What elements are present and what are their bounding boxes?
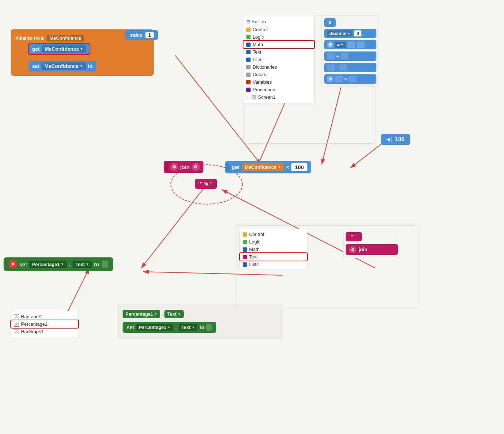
percentage1-label-bottom[interactable]: Percentage1 ▼ [123, 310, 160, 318]
tree-item-text[interactable]: Text [243, 48, 314, 56]
hundred-block-top[interactable]: ◀ 100 [381, 134, 410, 145]
comp-item-percentage1[interactable]: A Percentage1 [11, 320, 78, 328]
text-blocks-panel: " " ⚙ join [343, 229, 400, 258]
math-blocks-panel: 0 decimal▼ 0 ⚙ =▼ + - ⚙ × [322, 15, 379, 87]
equals-block[interactable]: ⚙ =▼ [324, 40, 376, 49]
tree-item-control[interactable]: Control [243, 26, 314, 33]
to-label-bottom: to [199, 325, 204, 330]
set-meconfidence-block-top[interactable]: set MeConfidence ▼ to [29, 61, 96, 71]
tree-item-text-b[interactable]: Text [240, 253, 307, 261]
set-label-main: set [19, 261, 27, 267]
join-label: join [180, 164, 190, 170]
to-label-main: to [94, 261, 99, 267]
builtin-panel-top: ⊟ Built-in Control Logic Math Text Lists… [243, 15, 315, 103]
tree-item-procedures[interactable]: Procedures [243, 86, 314, 93]
join-label-panel: join [359, 247, 367, 252]
gear-icon-join: ⚙ [170, 163, 178, 171]
set-label-top: set [32, 63, 39, 69]
tree-item-lists[interactable]: Lists [243, 56, 314, 63]
tree-item-screen1[interactable]: ⊟ Screen1 [243, 93, 314, 101]
component-panel: A BarLabel1 A Percentage1 A BarGraph1 [11, 311, 79, 337]
set-percentage-block[interactable]: ✕ set Percentage1 ▼ . Text ▼ to [4, 257, 113, 271]
hundred-value-mid: 100 [291, 163, 307, 171]
index-label: index [129, 32, 143, 38]
index-value-badge: 1 [145, 32, 154, 38]
get-multiply-block[interactable]: get MeConfidence ▼ × 100 [225, 161, 311, 173]
quote-block-panel[interactable]: " " [346, 232, 362, 241]
red-x-icon[interactable]: ✕ [9, 260, 17, 268]
minus-block[interactable]: - [324, 63, 376, 72]
gear-icon-join2: ⚙ [192, 163, 200, 171]
tree-item-lists-b[interactable]: Lists [240, 261, 307, 268]
tree-item-dictionaries[interactable]: Dictionaries [243, 63, 314, 71]
get-label-mid: get [232, 164, 240, 170]
tree-item-math[interactable]: Math [243, 41, 314, 48]
quote-value: " " [351, 234, 357, 240]
get-label-top: get [32, 46, 40, 52]
svg-line-7 [143, 272, 282, 275]
tree-item-control-b[interactable]: Control [240, 231, 307, 238]
tree-item-logic-b[interactable]: Logic [240, 238, 307, 246]
percentage1-dropdown[interactable]: Percentage1 ▼ [29, 261, 67, 268]
tree-item-logic[interactable]: Logic [243, 33, 314, 41]
comp-item-barlabel1[interactable]: A BarLabel1 [11, 313, 78, 320]
initialize-local-label: initialize local MeConfidence [14, 35, 84, 41]
multiply-symbol-mid: × [286, 164, 289, 170]
multiply-block-panel[interactable]: ⚙ × [324, 74, 376, 84]
tree-item-colors[interactable]: Colors [243, 71, 314, 78]
percentage-text-display: Percentage1 ▼ . Text ▼ [123, 310, 278, 318]
percentage1-dd-bottom[interactable]: Percentage1 ▼ [136, 324, 173, 331]
me-confidence-pill: MeConfidence [47, 35, 84, 41]
tree-item-variables[interactable]: Variables [243, 78, 314, 86]
text-dd-bottom[interactable]: Text ▼ [179, 324, 197, 331]
bottom-blocks-panel: Percentage1 ▼ . Text ▼ set Percentage1 ▼… [118, 304, 282, 339]
percent-block[interactable]: " % " [195, 179, 217, 189]
set-label-bottom: set [127, 325, 134, 330]
gear-icon-join-panel: ⚙ [349, 246, 356, 253]
decimal-block[interactable]: decimal▼ 0 [324, 29, 376, 38]
comp-item-bargraph1[interactable]: A BarGraph1 [11, 328, 78, 335]
get-variable-top[interactable]: MeConfidence ▼ [42, 45, 86, 53]
text-property-dropdown[interactable]: Text ▼ [73, 261, 92, 268]
orange-get-block[interactable]: MeConfidence ▼ [242, 163, 284, 171]
join-block-main[interactable]: ⚙ join ⚙ [164, 161, 203, 173]
builtin-panel-bottom: Control Logic Math Text Lists [239, 229, 307, 270]
set-variable-top[interactable]: MeConfidence ▼ [41, 63, 86, 70]
builtin-header: ⊟ Built-in [243, 18, 314, 26]
get-meconfidence-block-top[interactable]: get MeConfidence ▼ [29, 44, 90, 54]
plus-block[interactable]: + [324, 51, 376, 61]
percent-value: " % " [200, 181, 212, 187]
zero-block[interactable]: 0 [324, 18, 336, 27]
index-block[interactable]: index 1 [125, 30, 158, 40]
set-percentage-bottom[interactable]: set Percentage1 ▼ . Text ▼ to [123, 322, 216, 333]
hundred-value-top: 100 [395, 136, 405, 143]
svg-line-6 [141, 186, 206, 268]
text-label-bottom[interactable]: Text ▼ [164, 310, 184, 318]
join-block-panel[interactable]: ⚙ join [346, 244, 398, 255]
tree-item-math-b[interactable]: Math [240, 246, 307, 253]
